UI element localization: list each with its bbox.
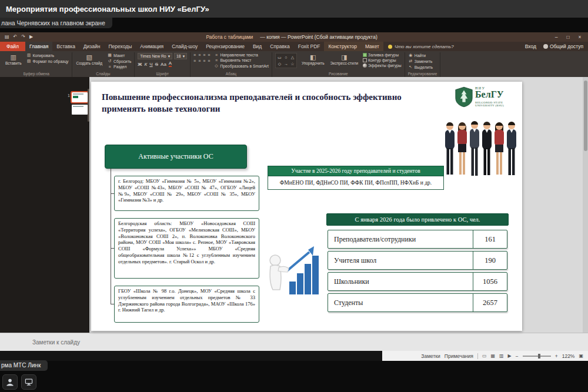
group-label-drawing: Рисование <box>275 71 402 77</box>
align-right-icon[interactable]: ≡ <box>203 59 205 63</box>
paste-button[interactable]: ▥ Вставить <box>4 53 23 66</box>
new-slide-button[interactable]: ▧ Создать слайд <box>75 53 104 66</box>
find-button[interactable]: ◉ Найти <box>408 53 433 58</box>
tab-design[interactable]: Дизайн <box>79 42 105 51</box>
align-center-icon[interactable]: ≡ <box>198 59 201 63</box>
active-participants-button[interactable]: Активные участники ОС <box>105 145 247 169</box>
tellme-search[interactable]: Что вы хотите сделать? <box>388 44 454 49</box>
comments-toggle-button[interactable]: Примечания <box>445 353 473 359</box>
tab-table-design[interactable]: Конструктор <box>324 42 360 51</box>
triangle-shape-icon[interactable]: △ <box>289 54 296 61</box>
reading-view-icon[interactable]: ▥ <box>499 353 504 359</box>
school-list-region[interactable]: Белгородская область: МБОУ «Новосадовска… <box>114 218 259 279</box>
minimize-icon[interactable]: – <box>550 32 562 42</box>
shapes-gallery[interactable]: ▭ ○ △ ◇ → ☆ <box>275 53 297 68</box>
tab-slideshow[interactable]: Слайд-шоу <box>168 42 202 51</box>
slide-thumbnail[interactable] <box>72 105 88 115</box>
growth-figure-illustration[interactable] <box>265 234 320 297</box>
slide-title[interactable]: Повышение профессионализма преподавателе… <box>102 91 440 115</box>
table-row[interactable]: Преподаватели/сотрудники 161 <box>328 230 507 249</box>
tab-insert[interactable]: Вставка <box>52 42 79 51</box>
school-list-other-cities[interactable]: ГБОУ «Школа № 98 г.о. Донецк», МОУ «Сред… <box>114 286 259 323</box>
underline-button[interactable]: Ч <box>149 62 152 67</box>
rectangle-shape-icon[interactable]: ▭ <box>276 54 283 61</box>
align-text-button[interactable]: ≡ Выровнять текст <box>213 58 268 62</box>
business-people-illustration[interactable] <box>443 117 518 179</box>
replace-button[interactable]: ⇄ Заменить <box>408 59 433 63</box>
save-icon[interactable]: ▤ <box>5 32 9 42</box>
undo-icon[interactable]: ↶ <box>14 32 18 42</box>
tab-foxit-pdf[interactable]: Foxit PDF <box>294 42 325 51</box>
numbering-icon[interactable]: ≡ <box>198 53 201 57</box>
shape-outline-button[interactable]: Контур фигуры <box>363 58 402 62</box>
select-button[interactable]: ↖ Выделить <box>408 65 433 69</box>
table-row[interactable]: Учителя школ 190 <box>328 251 507 270</box>
section-button[interactable]: ≡ Раздел <box>107 65 131 69</box>
chevron-down-icon: ▾ <box>168 54 170 59</box>
slide-thumbnail-panel[interactable]: 1 <box>0 77 89 333</box>
share-button[interactable]: Общий доступ <box>543 43 583 49</box>
zoom-out-button[interactable]: − <box>516 353 519 359</box>
italic-button[interactable]: К <box>145 62 148 67</box>
strikethrough-button[interactable]: S <box>155 62 158 67</box>
align-left-icon[interactable]: ≡ <box>193 59 196 63</box>
notes-toggle-button[interactable]: Заметки <box>421 353 440 359</box>
tab-transitions[interactable]: Переходы <box>104 42 136 51</box>
layout-button[interactable]: ▦ Макет <box>107 53 131 58</box>
indent-decrease-icon[interactable]: ≡ <box>203 53 205 57</box>
bold-button[interactable]: Ж <box>138 62 142 67</box>
tab-file[interactable]: Файл <box>0 42 25 51</box>
zoom-slider[interactable] <box>523 356 551 357</box>
stats-banner[interactable]: С января 2026 года было привлечено к ОС,… <box>326 213 509 226</box>
reset-button[interactable]: ↺ Сбросить <box>107 59 131 63</box>
sign-in-button[interactable]: Вход <box>525 43 536 49</box>
font-size-select[interactable]: 18 ▾ <box>174 53 187 59</box>
justify-icon[interactable]: ≡ <box>208 59 210 63</box>
university-logo[interactable]: НИУ БелГУ BELGOROD STATE UNIVERSITY (BSU… <box>455 86 516 108</box>
normal-view-icon[interactable]: ▭ <box>482 353 487 359</box>
zoom-in-button[interactable]: + <box>555 353 558 359</box>
table-row[interactable]: Школьники 1056 <box>328 272 507 291</box>
indent-increase-icon[interactable]: ≡ <box>208 53 210 57</box>
change-case-button[interactable]: Аа <box>161 62 166 67</box>
screen-share-tile[interactable] <box>21 374 36 390</box>
arrange-button[interactable]: ◧ Упорядочить <box>300 53 326 66</box>
quick-styles-button[interactable]: ◨ Экспресс-стили <box>329 53 360 66</box>
zoom-slider-knob[interactable] <box>538 354 540 359</box>
tab-help[interactable]: Справка <box>266 42 293 51</box>
circle-shape-icon[interactable]: ○ <box>283 54 289 61</box>
slide-thumbnail-selected[interactable] <box>72 92 88 102</box>
copy-button[interactable]: ▥ Копировать <box>26 53 69 58</box>
bullets-icon[interactable]: ≡ <box>193 53 196 57</box>
maximize-icon[interactable]: □ <box>562 32 574 42</box>
tab-table-layout[interactable]: Макет <box>361 42 383 51</box>
notes-pane[interactable]: Заметки к слайду <box>0 333 588 351</box>
font-name-select[interactable]: Times New Ro ▾ <box>138 53 172 59</box>
redo-icon[interactable]: ↷ <box>21 32 25 42</box>
tab-review[interactable]: Рецензирование <box>202 42 249 51</box>
font-color-button[interactable]: А <box>169 61 172 67</box>
star-shape-icon[interactable]: ☆ <box>289 61 296 67</box>
school-list-belgorod[interactable]: г. Белгород: МБОУ «Гимназия № 5», МБОУ «… <box>114 176 259 211</box>
faculties-box[interactable]: ФМиЕНО ПИ, ФДНиСО ПИ, ФФК ПИ, ФПспПП, НФ… <box>268 176 444 190</box>
participation-banner[interactable]: Участие в 2025-2026 году преподавателей … <box>268 166 444 176</box>
format-painter-button[interactable]: ▨ Формат по образцу <box>26 59 69 63</box>
smartart-button[interactable]: ◇ Преобразовать в SmartArt <box>213 63 268 68</box>
shape-fill-button[interactable]: Заливка фигуры <box>363 53 402 57</box>
arrow-shape-icon[interactable]: → <box>283 61 289 67</box>
close-icon[interactable]: × <box>574 32 586 42</box>
fit-slide-icon[interactable]: ▣ <box>579 353 583 359</box>
zoom-level[interactable]: 122% <box>562 353 575 359</box>
slide-sorter-view-icon[interactable]: ▦ <box>490 353 495 359</box>
shape-effects-button[interactable]: Эффекты фигуры <box>363 63 402 68</box>
participant-video-tile[interactable] <box>2 374 18 390</box>
text-direction-button[interactable]: ≡ Направление текста <box>213 53 268 57</box>
table-row[interactable]: Студенты 2657 <box>328 293 507 312</box>
slideshow-view-icon[interactable]: ▶ <box>508 353 512 359</box>
tab-view[interactable]: Вид <box>249 42 266 51</box>
tab-home[interactable]: Главная <box>25 42 52 51</box>
canvas-scrollbar[interactable] <box>583 77 588 333</box>
stats-table[interactable]: Преподаватели/сотрудники 161 Учителя шко… <box>328 230 507 312</box>
diamond-shape-icon[interactable]: ◇ <box>276 61 283 67</box>
tab-animations[interactable]: Анимация <box>136 42 168 51</box>
